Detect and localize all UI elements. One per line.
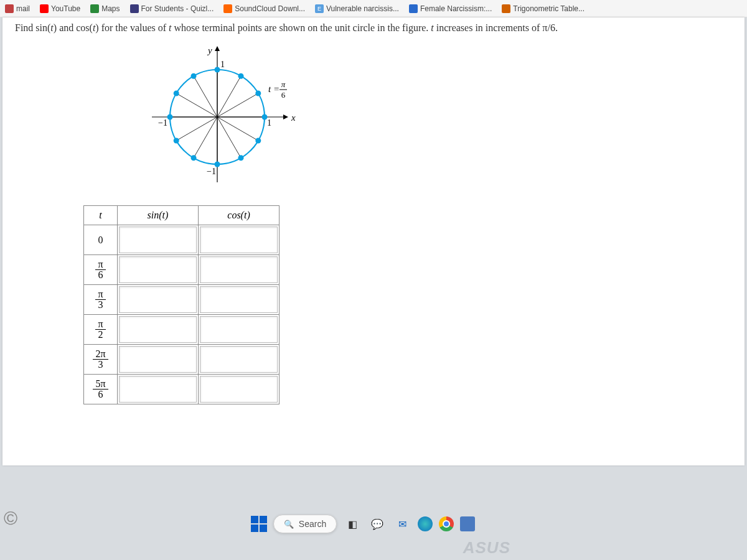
svg-point-21	[191, 73, 197, 79]
copyright-icon: ©	[4, 508, 17, 529]
svg-point-20	[215, 67, 220, 73]
app-grid-icon[interactable]	[481, 516, 496, 531]
svg-line-12	[176, 117, 217, 141]
y-axis-label: y	[207, 45, 212, 55]
t-equals-label: t =	[268, 84, 280, 94]
svg-marker-3	[283, 114, 288, 119]
bookmark-label: Vulnerable narcissis...	[326, 4, 399, 13]
svg-line-7	[217, 76, 241, 117]
svg-line-6	[217, 93, 258, 117]
bookmark-label: Female Narcissism:...	[420, 4, 492, 13]
bookmark-label: For Students - Quizl...	[141, 4, 214, 13]
svg-line-9	[194, 76, 217, 117]
search-icon: 🔍	[284, 520, 294, 529]
table-row: 2π3	[84, 345, 280, 375]
tick-1-y: 1	[220, 60, 225, 69]
sin-input-0[interactable]	[119, 226, 197, 253]
cos-input-2[interactable]	[200, 286, 278, 313]
cos-input-1[interactable]	[200, 256, 278, 283]
svg-line-16	[217, 117, 258, 141]
col-sin: sin(t)	[118, 206, 199, 225]
svg-text:6: 6	[281, 90, 286, 100]
cos-input-4[interactable]	[200, 346, 278, 373]
svg-point-24	[174, 138, 179, 144]
svg-point-28	[255, 138, 261, 144]
table-row: π6	[84, 255, 280, 285]
sin-input-5[interactable]	[119, 376, 197, 403]
bookmark-label: SoundCloud Downl...	[235, 4, 305, 13]
unit-circle-figure: y x 1 1 −1 −1 t = π 6	[139, 42, 732, 194]
svg-point-19	[238, 73, 244, 79]
t-value: 5π6	[84, 375, 118, 404]
taskbar: 🔍 Search ◧ 💬 ✉	[0, 509, 747, 539]
bookmark-bar: mail YouTube Maps For Students - Quizl..…	[0, 0, 747, 17]
svg-point-25	[191, 155, 197, 161]
svg-point-22	[174, 91, 179, 96]
bookmark-narcissis[interactable]: E Vulnerable narcissis...	[315, 4, 399, 13]
quizlet-icon	[130, 4, 139, 13]
maps-icon	[90, 4, 99, 13]
bookmark-youtube[interactable]: YouTube	[40, 4, 80, 13]
bookmark-label: mail	[16, 4, 30, 13]
edge-icon[interactable]	[418, 516, 433, 531]
t-value: π3	[84, 285, 118, 315]
bookmark-female-narc[interactable]: Female Narcissism:...	[409, 4, 492, 13]
start-button[interactable]	[251, 516, 267, 532]
svg-point-18	[255, 91, 261, 96]
cos-input-0[interactable]	[200, 226, 278, 253]
task-view-icon[interactable]: ◧	[343, 515, 362, 533]
page-icon: E	[315, 4, 324, 13]
svg-point-27	[238, 155, 244, 161]
svg-line-10	[176, 93, 217, 117]
cos-input-5[interactable]	[200, 376, 278, 403]
svg-text:π: π	[281, 80, 286, 89]
cos-input-3[interactable]	[200, 316, 278, 343]
bookmark-soundcloud[interactable]: SoundCloud Downl...	[223, 4, 305, 13]
sin-input-4[interactable]	[119, 346, 197, 373]
svg-line-15	[217, 117, 241, 158]
t-value: 2π3	[84, 345, 118, 375]
tick-1-x: 1	[267, 118, 271, 128]
sin-input-3[interactable]	[119, 316, 197, 343]
question-text: Find sin(t) and cos(t) for the values of…	[15, 22, 732, 34]
sin-input-2[interactable]	[119, 286, 197, 313]
brand-logo: ASUS	[463, 538, 510, 558]
table-icon	[502, 4, 510, 13]
tick-neg1-y: −1	[207, 167, 216, 176]
t-value: π2	[84, 315, 118, 345]
sin-input-1[interactable]	[119, 256, 197, 283]
svg-marker-1	[215, 46, 220, 51]
soundcloud-icon	[223, 4, 232, 13]
col-cos: cos(t)	[199, 206, 280, 225]
content-area: Find sin(t) and cos(t) for the values of…	[2, 17, 745, 465]
taskbar-search[interactable]: 🔍 Search	[273, 515, 337, 533]
unit-circle-svg: y x 1 1 −1 −1 t = π 6	[139, 42, 301, 192]
svg-line-13	[194, 117, 217, 158]
svg-point-23	[167, 114, 173, 120]
mail-icon	[5, 4, 14, 13]
trig-table: t sin(t) cos(t) 0 π6 π3 π2	[83, 205, 732, 404]
bookmark-mail[interactable]: mail	[5, 4, 30, 13]
table-row: 0	[84, 225, 280, 255]
bookmark-label: YouTube	[51, 4, 80, 13]
search-label: Search	[299, 519, 326, 529]
x-axis-label: x	[291, 113, 296, 123]
chat-icon[interactable]: 💬	[368, 515, 387, 533]
tick-neg1-x: −1	[158, 118, 167, 128]
app-icon[interactable]	[460, 516, 475, 531]
bookmark-trig-table[interactable]: Trigonometric Table...	[502, 4, 585, 13]
table-row: 5π6	[84, 375, 280, 404]
mail-app-icon[interactable]: ✉	[393, 515, 411, 533]
t-value: π6	[84, 255, 118, 285]
bookmark-label: Trigonometric Table...	[513, 4, 585, 13]
t-value: 0	[84, 225, 118, 255]
chrome-icon[interactable]	[439, 516, 454, 531]
table-row: π2	[84, 315, 280, 345]
table-row: π3	[84, 285, 280, 315]
bookmark-quizlet[interactable]: For Students - Quizl...	[130, 4, 214, 13]
page-icon	[409, 4, 418, 13]
bookmark-maps[interactable]: Maps	[90, 4, 120, 13]
bookmark-label: Maps	[101, 4, 120, 13]
col-t: t	[84, 206, 118, 225]
youtube-icon	[40, 4, 49, 13]
